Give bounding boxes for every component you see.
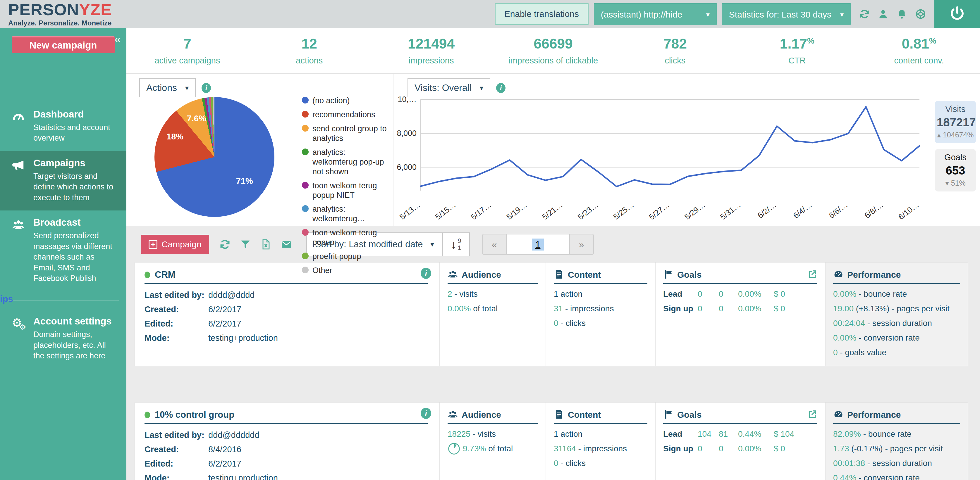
flag-icon — [663, 409, 674, 421]
campaign-name[interactable]: 10% control group — [155, 410, 234, 420]
svg-text:5/15…: 5/15… — [434, 200, 457, 222]
sidebar-item-account-settings[interactable]: ⚙⚙Account settingsDomain settings, place… — [0, 309, 126, 369]
new-campaign-button[interactable]: New campaign — [12, 36, 115, 53]
tips-tab[interactable]: ips — [0, 294, 13, 304]
enable-translations-button[interactable]: Enable translations — [495, 3, 589, 25]
logo: PERSONYZE Analyze. Personalize. Monetize — [0, 2, 112, 27]
legend-item[interactable]: analytics: welkomterug… — [302, 204, 387, 223]
legend-item[interactable]: send control group to analytics — [302, 124, 387, 143]
svg-text:5/29…: 5/29… — [683, 200, 707, 222]
stat-label: actions — [248, 56, 370, 65]
goal-row: Sign up000.00%$ 0 — [663, 441, 817, 456]
stat-label: active campaigns — [126, 56, 248, 65]
stat-label: content conv. — [858, 56, 980, 65]
legend-label: analytics: welkomterug… — [312, 204, 387, 223]
main-content: 7active campaigns12actions121494impressi… — [126, 28, 980, 480]
pie-slice-label: 18% — [167, 132, 183, 141]
site-selector-dropdown[interactable]: (assistant) http://hide ▾ — [594, 3, 717, 25]
statistics-period-label: Statistics for: Last 30 days — [729, 10, 831, 20]
sidebar-item-label: Broadcast — [33, 217, 118, 228]
campaign-card[interactable]: 10% control groupiLast edited by:ddd@ddd… — [135, 402, 968, 480]
audience-share-row: 0.00% of total — [448, 301, 538, 316]
broadcast-users-icon — [12, 227, 25, 233]
gauge-icon — [12, 119, 25, 124]
status-dot — [145, 272, 150, 278]
bell-icon[interactable] — [896, 8, 907, 20]
pagination: « 1 » — [482, 234, 594, 255]
goals-column: GoalsLead104810.44%$ 104Sign up000.00%$ … — [655, 402, 825, 480]
svg-text:5/17…: 5/17… — [469, 200, 493, 222]
chevron-down-icon: ▾ — [185, 84, 189, 92]
svg-text:6/10…: 6/10… — [897, 200, 921, 222]
sidebar-item-broadcast[interactable]: BroadcastSend personalized massages via … — [0, 211, 126, 291]
performance-stat-row: 00:24:04 - session duration — [833, 316, 960, 331]
refresh-icon[interactable] — [219, 239, 231, 250]
open-goals-icon[interactable] — [807, 269, 817, 280]
statistics-period-dropdown[interactable]: Statistics for: Last 30 days ▾ — [722, 3, 851, 25]
legend-item[interactable]: proefrit popup — [302, 252, 387, 261]
personyze-dashboard: PERSONYZE Analyze. Personalize. Monetize… — [0, 0, 980, 480]
content-column: Content1 action31 - impressions0 - click… — [546, 263, 655, 366]
stat-impressions-of-clickable: 66699impressions of clickable — [492, 36, 614, 65]
logout-power-button[interactable] — [934, 0, 980, 28]
campaign-meta-row: Edited:6/2/2017 — [145, 317, 428, 331]
legend-color-dot — [302, 149, 309, 155]
legend-item[interactable]: recommendations — [302, 110, 387, 120]
help-lifering-icon[interactable] — [915, 8, 926, 20]
sort-order-button[interactable]: ↓ 91 — [442, 233, 469, 256]
svg-text:5/21…: 5/21… — [541, 200, 564, 222]
content-stat-row: 31 - impressions — [554, 301, 648, 316]
filter-icon[interactable] — [240, 239, 251, 250]
legend-color-dot — [302, 111, 309, 117]
next-page-button[interactable]: » — [569, 234, 594, 255]
visits-badge: Visits 187217 ▴ 104674% — [935, 101, 976, 143]
megaphone-icon — [12, 168, 25, 173]
summary-stats-row: 7active campaigns12actions121494impressi… — [126, 28, 980, 74]
svg-text:5/27…: 5/27… — [648, 200, 671, 222]
stat-value: 1.17% — [736, 36, 858, 52]
page-number-input[interactable]: 1 — [507, 234, 569, 255]
visits-line-chart[interactable]: 10,…8,0006,0005/13…5/15…5/17…5/19…5/21…5… — [396, 88, 923, 226]
actions-pie-pane: Actions ▾ i 71%18%7.6% (no action)recomm… — [126, 74, 393, 226]
legend-color-dot — [302, 253, 309, 259]
campaign-info-column: 10% control groupiLast edited by:ddd@ddd… — [135, 402, 439, 480]
sidebar-item-campaigns[interactable]: CampaignsTarget visitors and define whic… — [0, 151, 126, 211]
campaign-card[interactable]: CRMiLast edited by:dddd@ddddCreated:6/2/… — [135, 262, 968, 366]
export-excel-icon[interactable] — [260, 239, 272, 250]
add-campaign-button[interactable]: + Campaign — [141, 235, 209, 254]
svg-text:8,000: 8,000 — [397, 129, 417, 138]
stat-label: impressions — [370, 56, 492, 65]
top-header: PERSONYZE Analyze. Personalize. Monetize… — [0, 0, 980, 28]
performance-stat-row: 0.44% - conversion rate — [833, 470, 960, 480]
user-icon[interactable] — [878, 8, 889, 20]
sidebar-collapse-icon[interactable]: « — [115, 33, 121, 46]
sidebar: « New campaign DashboardStatistics and a… — [0, 28, 126, 480]
logo-text-secondary: YZE — [79, 0, 112, 19]
info-icon[interactable]: i — [421, 408, 431, 419]
goal-row: Lead000.00%$ 0 — [663, 287, 817, 301]
legend-item[interactable]: toon welkom terug popup — [302, 228, 387, 247]
stat-label: CTR — [736, 56, 858, 65]
legend-color-dot — [302, 182, 309, 189]
logo-tagline: Analyze. Personalize. Monetize — [8, 20, 112, 27]
file-text-icon — [554, 409, 564, 421]
goal-row: Lead104810.44%$ 104 — [663, 427, 817, 441]
legend-item[interactable]: (no action) — [302, 96, 387, 106]
open-goals-icon[interactable] — [807, 409, 817, 420]
info-icon[interactable]: i — [421, 268, 431, 279]
stat-value: 66699 — [492, 36, 614, 52]
info-icon[interactable]: i — [202, 83, 211, 93]
legend-item[interactable]: analytics: welkomterug pop-up not shown — [302, 147, 387, 177]
stat-label: impressions of clickable — [492, 56, 614, 65]
add-campaign-label: Campaign — [161, 239, 202, 249]
campaign-meta-row: Created:6/2/2017 — [145, 302, 428, 317]
campaign-name[interactable]: CRM — [155, 269, 175, 280]
prev-page-button[interactable]: « — [482, 234, 507, 255]
legend-color-dot — [302, 97, 309, 103]
email-icon[interactable] — [280, 239, 292, 250]
refresh-icon[interactable] — [859, 8, 870, 20]
actions-pie-chart[interactable]: 71%18%7.6% — [154, 97, 274, 217]
visits-badge-delta: ▴ 104674% — [937, 131, 974, 139]
legend-item[interactable]: toon welkom terug popup NIET — [302, 181, 387, 200]
sidebar-item-dashboard[interactable]: DashboardStatistics and account overview — [0, 102, 126, 151]
